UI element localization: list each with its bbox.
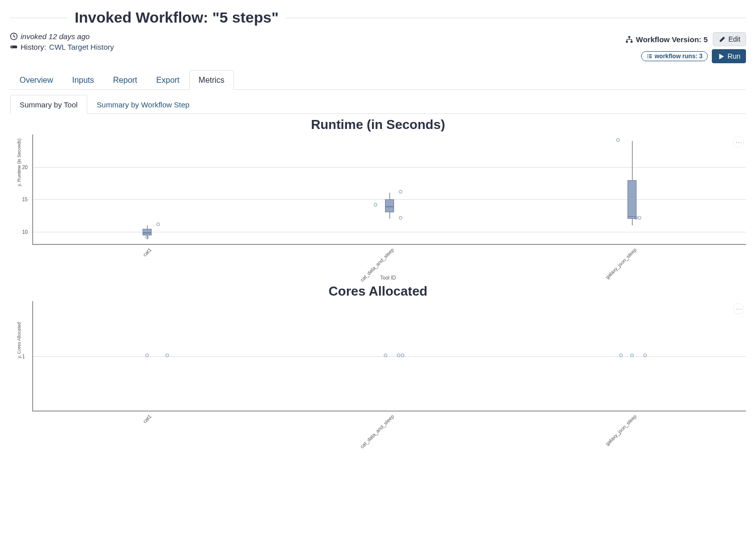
chart-title: Cores Allocated [10, 284, 746, 299]
y-tick: 1 [22, 354, 25, 359]
x-ticks: cat1cat_data_and_sleepgalaxy_json_sleep [32, 245, 746, 280]
main-tabs: OverviewInputsReportExportMetrics [10, 70, 746, 90]
svg-rect-5 [631, 41, 633, 43]
runs-text: workflow runs: 3 [655, 53, 702, 60]
chart-more-button[interactable]: ⋯ [733, 303, 744, 314]
svg-rect-3 [628, 36, 630, 38]
chart-0: Runtime (in Seconds)y. Runtime (in Secon… [10, 117, 746, 281]
data-point [157, 223, 160, 226]
data-point [166, 354, 169, 357]
x-tick: galaxy_json_sleep [604, 247, 638, 280]
data-point [374, 203, 377, 207]
chart-more-button[interactable]: ⋯ [733, 137, 744, 148]
data-point [638, 216, 641, 220]
meta-left: invoked 12 days ago History: CWL Target … [10, 32, 114, 53]
version-text: Workflow Version: 5 [636, 35, 708, 44]
play-icon [717, 53, 725, 60]
invoked-text: invoked 12 days ago [21, 32, 90, 41]
y-axis-label: y. Cores Allocated [17, 322, 22, 358]
subtab-summary-by-workflow-step[interactable]: Summary by Workflow Step [87, 95, 199, 114]
x-tick: cat1 [142, 414, 152, 424]
x-tick: cat1 [142, 247, 152, 257]
box [143, 229, 152, 235]
gridline [33, 167, 746, 168]
y-tick: 10 [22, 229, 28, 235]
hdd-icon [10, 43, 18, 51]
data-point [616, 138, 619, 142]
chart-wrap: y. Runtime (in Seconds)⋯101520cat1cat_da… [30, 134, 746, 281]
data-point [399, 216, 403, 220]
subtab-summary-by-tool[interactable]: Summary by Tool [10, 95, 87, 114]
runs-row: workflow runs: 3 Run [625, 49, 746, 63]
svg-rect-4 [626, 41, 628, 43]
edit-button[interactable]: Edit [713, 32, 746, 46]
tab-report[interactable]: Report [103, 70, 147, 90]
x-tick: galaxy_json_sleep [604, 414, 638, 447]
x-tick: cat_data_and_sleep [359, 414, 395, 449]
version-label: Workflow Version: 5 [625, 35, 708, 44]
data-point [397, 354, 401, 357]
data-point [643, 354, 647, 357]
list-icon [647, 53, 653, 59]
divider [10, 18, 68, 18]
sub-tabs: Summary by ToolSummary by Workflow Step [10, 90, 746, 114]
tab-inputs[interactable]: Inputs [63, 70, 104, 90]
plot-area[interactable]: ⋯101520 [32, 134, 746, 245]
svg-point-2 [12, 47, 13, 48]
data-point [401, 354, 405, 357]
page-title-row: Invoked Workflow: "5 steps" [10, 9, 746, 26]
data-point [619, 354, 622, 357]
meta-right: Workflow Version: 5 Edit workflow runs: … [625, 32, 746, 63]
history-line: History: CWL Target History [10, 43, 114, 51]
y-tick: 20 [22, 164, 28, 170]
run-button[interactable]: Run [712, 49, 746, 63]
divider [286, 18, 746, 18]
data-point [146, 354, 149, 357]
box [627, 180, 637, 219]
data-point [399, 190, 403, 194]
data-point [630, 354, 634, 357]
history-label: History: [21, 43, 46, 51]
data-point [634, 216, 638, 220]
tab-export[interactable]: Export [147, 70, 189, 90]
median [143, 232, 151, 233]
box [385, 199, 394, 212]
data-point [384, 354, 388, 357]
run-label: Run [727, 52, 740, 60]
clock-icon [10, 33, 18, 40]
chart-title: Runtime (in Seconds) [10, 117, 746, 132]
tab-overview[interactable]: Overview [10, 70, 63, 90]
y-tick: 15 [22, 197, 28, 202]
charts-container: Runtime (in Seconds)y. Runtime (in Secon… [10, 117, 746, 447]
chart-wrap: y. Cores Allocated⋯1cat1cat_data_and_sle… [30, 301, 746, 447]
workflow-runs-badge[interactable]: workflow runs: 3 [641, 51, 708, 61]
median [386, 206, 394, 207]
gridline [33, 232, 746, 232]
invoked-line: invoked 12 days ago [10, 32, 114, 41]
edit-icon [718, 36, 726, 43]
gridline [33, 356, 746, 357]
history-link[interactable]: CWL Target History [49, 43, 114, 51]
page-title: Invoked Workflow: "5 steps" [68, 9, 286, 26]
version-row: Workflow Version: 5 Edit [625, 32, 746, 46]
tab-metrics[interactable]: Metrics [189, 70, 234, 90]
data-point [146, 236, 149, 239]
y-axis-label: y. Runtime (in Seconds) [17, 138, 22, 186]
sitemap-icon [625, 36, 633, 43]
meta-row: invoked 12 days ago History: CWL Target … [10, 32, 746, 63]
chart-1: Cores Allocatedy. Cores Allocated⋯1cat1c… [10, 284, 746, 447]
edit-label: Edit [728, 35, 740, 43]
x-ticks: cat1cat_data_and_sleepgalaxy_json_sleep [32, 412, 746, 447]
x-tick: cat_data_and_sleep [359, 247, 395, 283]
plot-area[interactable]: ⋯1 [32, 301, 746, 412]
